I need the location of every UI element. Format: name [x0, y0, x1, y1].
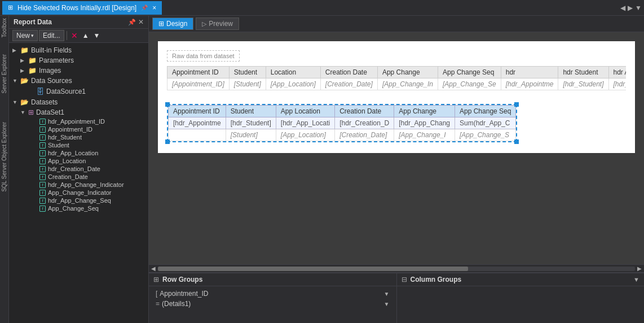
- field-hdr-app-change-seq-label: hdr_App_Change_Seq: [48, 197, 111, 204]
- dataset-label: Raw data from dataset: [167, 50, 240, 62]
- tree-item-student[interactable]: f Student: [9, 141, 148, 149]
- move-up-button[interactable]: ▲: [81, 32, 91, 40]
- preview-col-app-change-seq: App Change Seq: [438, 67, 501, 78]
- tree-item-hdr-app-change-indicator[interactable]: f hdr_App_Change_Indicator: [9, 181, 148, 189]
- group-equals-icon: =: [156, 300, 160, 308]
- preview-cell: [hdr_Student]: [558, 78, 608, 90]
- sel-data-cell: [App_Change_I: [394, 129, 455, 141]
- field-app-change-seq-label: App_Change_Seq: [48, 205, 99, 212]
- group-item-appointment-id[interactable]: [ Appointment_ID ▼: [153, 289, 392, 299]
- horizontal-scrollbar[interactable]: ◀ ▶: [149, 264, 644, 272]
- tree-item-app-change-indicator[interactable]: f App_Change_Indicator: [9, 189, 148, 197]
- tree-item-data-sources[interactable]: ▼ 📂 Data Sources: [9, 76, 148, 86]
- sel-col-creation-date: Creation Date: [335, 106, 394, 117]
- field-hdr-student-label: hdr_Student: [48, 134, 82, 141]
- tree-item-datasource1[interactable]: 🗄 DataSource1: [9, 86, 148, 97]
- data-sources-label: Data Sources: [31, 77, 72, 85]
- datasets-label: Datasets: [31, 98, 58, 106]
- preview-col-hdr-app: hdr App: [608, 67, 626, 78]
- tree-item-hdr-app-location[interactable]: f hdr_App_Location: [9, 149, 148, 157]
- sel-hdr-cell: Sum(hdr_App_C: [455, 117, 516, 129]
- sel-col-student: Student: [226, 106, 276, 117]
- column-groups-section: ⊟ Column Groups ▼: [397, 273, 645, 323]
- preview-col-student: Student: [229, 67, 266, 78]
- scroll-right-arrow[interactable]: ▶: [635, 265, 644, 272]
- preview-cell: [Student]: [229, 78, 266, 90]
- row-groups-section: ⊞ Row Groups [ Appointment_ID ▼ = (Detai: [149, 273, 397, 323]
- column-groups-arrow[interactable]: ▼: [633, 276, 639, 283]
- group-item-details[interactable]: = (Details1) ▼: [153, 299, 392, 309]
- preview-tab[interactable]: ▷ Preview: [196, 18, 239, 30]
- field-hdr-creation-date-label: hdr_Creation_Date: [48, 165, 100, 172]
- tab-title: Hide Selected Rows Initially.rdl [Design…: [17, 4, 136, 12]
- tree-item-hdr-student[interactable]: f hdr_Student: [9, 133, 148, 141]
- preview-cell: [hdr_Appointme: [501, 78, 558, 90]
- selection-handle-bottomright[interactable]: [514, 139, 519, 144]
- tree-item-hdr-app-change-seq[interactable]: f hdr_App_Change_Seq: [9, 197, 148, 204]
- nav-left-icon[interactable]: ◀: [620, 4, 625, 12]
- preview-cell: [Appointment_ID]: [167, 78, 230, 90]
- tree-item-hdr-appointment-id[interactable]: f hdr_Appointment_ID: [9, 117, 148, 125]
- groups-panel: ⊞ Row Groups [ Appointment_ID ▼ = (Detai: [149, 272, 644, 323]
- design-tab[interactable]: ⊞ Design: [152, 18, 193, 30]
- active-tab[interactable]: ⊞ Hide Selected Rows Initially.rdl [Desi…: [2, 1, 162, 15]
- selection-handle-bottomleft[interactable]: [165, 139, 170, 144]
- parameters-label: Parameters: [39, 56, 74, 64]
- builtin-fields-label: Built-in Fields: [31, 46, 72, 54]
- panel-pin-icon[interactable]: 📌: [128, 19, 136, 26]
- tree-item-app-location[interactable]: f App_Location: [9, 157, 148, 165]
- images-label: Images: [39, 67, 61, 75]
- tree-item-parameters[interactable]: ▶ 📁 Parameters: [9, 55, 148, 66]
- selected-table-wrapper[interactable]: Appointment ID Student App Location Crea…: [167, 104, 517, 142]
- panel-close-icon[interactable]: ✕: [138, 18, 144, 26]
- delete-button[interactable]: ✕: [69, 31, 80, 40]
- preview-cell: [App_Change_Se: [438, 78, 501, 90]
- preview-cell: [App_Change_In: [377, 78, 438, 90]
- nav-right-icon[interactable]: ▶: [628, 4, 633, 12]
- report-canvas: Raw data from dataset Appointment ID Stu…: [149, 32, 644, 264]
- preview-col-hdr-student: hdr Student: [558, 67, 608, 78]
- sel-data-cell: [169, 129, 226, 141]
- tree-item-creation-date[interactable]: f Creation_Date: [9, 173, 148, 181]
- tree-item-images[interactable]: ▶ 📁 Images: [9, 66, 148, 76]
- selected-table: Appointment ID Student App Location Crea…: [168, 105, 516, 141]
- preview-col-hdr: hdr: [501, 67, 558, 78]
- selection-handle-topright[interactable]: [514, 102, 519, 107]
- new-arrow-icon: ▾: [31, 33, 34, 38]
- move-down-button[interactable]: ▼: [92, 32, 102, 40]
- sel-hdr-cell: [hdr_Creation_D: [335, 117, 394, 129]
- row-groups-icon: ⊞: [153, 276, 159, 283]
- design-tab-label: Design: [166, 20, 187, 28]
- preview-cell: [App_Location]: [266, 78, 320, 90]
- field-hdr-appointment-id-label: hdr_Appointment_ID: [48, 118, 105, 125]
- tree-item-hdr-creation-date[interactable]: f hdr_Creation_Date: [9, 165, 148, 173]
- sel-data-cell: [App_Location]: [276, 129, 334, 141]
- tree-item-appointment-id[interactable]: f Appointment_ID: [9, 125, 148, 133]
- panel-title: Report Data: [14, 18, 52, 26]
- column-groups-label: Column Groups: [411, 276, 462, 283]
- new-button[interactable]: New ▾: [12, 30, 38, 41]
- sel-data-cell: [App_Change_S: [455, 129, 516, 141]
- tab-icon: ⊞: [8, 4, 13, 11]
- tree-item-datasets[interactable]: ▼ 📂 Datasets: [9, 97, 148, 107]
- field-creation-date-label: Creation_Date: [48, 173, 88, 180]
- tree-item-app-change-seq[interactable]: f App_Change_Seq: [9, 204, 148, 212]
- sel-col-appointment: Appointment ID: [169, 106, 226, 117]
- group-details-label: (Details1): [162, 300, 191, 308]
- field-appointment-id-label: Appointment_ID: [48, 126, 92, 133]
- scroll-left-arrow[interactable]: ◀: [149, 265, 158, 272]
- preview-cell: [hdr_App_Lo: [608, 78, 626, 90]
- side-label-toolbox: Toolbox: [1, 18, 7, 37]
- selection-handle-topleft[interactable]: [165, 102, 170, 107]
- nav-down-icon[interactable]: ▼: [635, 4, 642, 12]
- sel-hdr-cell: [hdr_App_Chang: [394, 117, 455, 129]
- tab-pin-icon: 📌: [141, 5, 148, 11]
- tree-item-builtin-fields[interactable]: ▶ 📁 Built-in Fields: [9, 45, 148, 55]
- field-hdr-app-change-indicator-label: hdr_App_Change_Indicator: [48, 181, 124, 188]
- group-appointment-id-label: Appointment_ID: [160, 290, 208, 298]
- sel-col-app-change: App Change: [394, 106, 455, 117]
- tree-item-dataset1[interactable]: ▼ ⊞ DataSet1: [9, 107, 148, 117]
- tab-close-btn[interactable]: ×: [152, 4, 156, 12]
- edit-button[interactable]: Edit...: [39, 30, 64, 41]
- row-groups-label: Row Groups: [162, 276, 202, 283]
